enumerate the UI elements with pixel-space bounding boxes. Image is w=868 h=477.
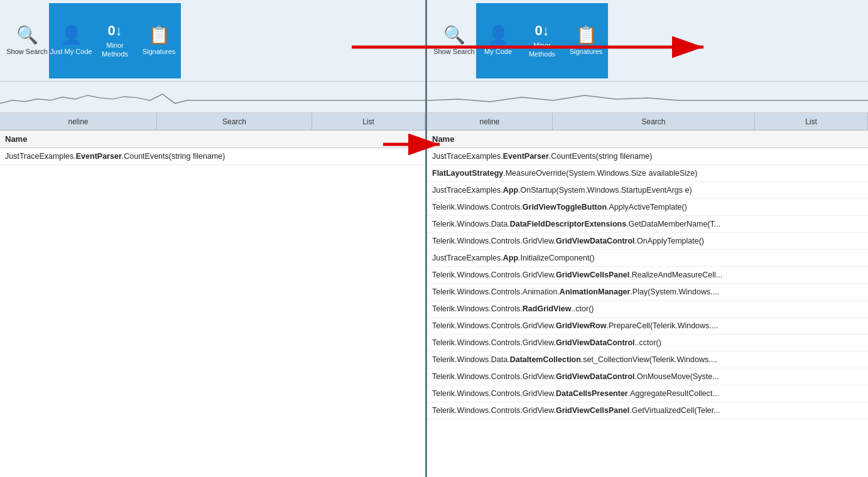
right-list-item-15[interactable]: Telerik.Windows.Controls.GridView.GridVi… (427, 402, 868, 419)
right-signatures-label: Signatures (570, 48, 603, 56)
right-show-search-label: Show Search (433, 48, 474, 56)
right-list-item-9[interactable]: Telerik.Windows.Controls.RadGridView..ct… (427, 301, 868, 318)
left-panel: 🔍 Show Search 👤 Just My Code 0↓ Minor Me… (0, 0, 427, 477)
left-just-my-code-button[interactable]: 👤 Just My Code (49, 3, 93, 78)
right-list-item-13[interactable]: Telerik.Windows.Controls.GridView.GridVi… (427, 368, 868, 385)
left-name-col: Name (5, 134, 27, 144)
right-section-header: neline Search List (427, 113, 868, 131)
right-list-item-6[interactable]: JustTraceExamples.App.InitializeComponen… (427, 250, 868, 267)
left-list-item-0[interactable]: JustTraceExamples.EventParser.CountEvent… (0, 148, 425, 165)
left-col-header: Name (0, 131, 425, 148)
right-name-col: Name (432, 134, 454, 144)
left-wave (0, 82, 425, 113)
right-wave (427, 82, 868, 113)
left-timeline-header: neline (0, 113, 157, 130)
left-toolbar: 🔍 Show Search 👤 Just My Code 0↓ Minor Me… (0, 0, 425, 82)
right-list-item-7[interactable]: Telerik.Windows.Controls.GridView.GridVi… (427, 267, 868, 284)
zero-icon: 0↓ (107, 23, 122, 39)
right-list-item-5[interactable]: Telerik.Windows.Controls.GridView.GridVi… (427, 233, 868, 250)
right-list-item-10[interactable]: Telerik.Windows.Controls.GridView.GridVi… (427, 318, 868, 335)
right-zero-icon: 0↓ (534, 23, 549, 39)
left-timeline-area (0, 82, 425, 113)
signatures-icon: 📋 (148, 24, 170, 45)
left-list[interactable]: JustTraceExamples.EventParser.CountEvent… (0, 148, 425, 477)
right-col-header: Name (427, 131, 868, 148)
right-signatures-button[interactable]: 📋 Signatures (564, 3, 608, 78)
right-list-item-1[interactable]: FlatLayoutStrategy.MeasureOverride(Syste… (427, 165, 868, 182)
right-timeline-header: neline (427, 113, 553, 130)
right-list-item-3[interactable]: Telerik.Windows.Controls.GridViewToggleB… (427, 199, 868, 216)
right-list-item-14[interactable]: Telerik.Windows.Controls.GridView.DataCe… (427, 385, 868, 402)
right-toolbar: 🔍 Show Search 👤 My Code 0↓ Minor Methods… (427, 0, 868, 82)
search-icon: 🔍 (16, 24, 38, 45)
right-search-header: Search (553, 113, 755, 130)
right-just-my-code-button[interactable]: 👤 My Code (476, 3, 520, 78)
just-my-code-label: Just My Code (50, 48, 92, 56)
left-list-header: List (312, 113, 425, 130)
right-list-item-12[interactable]: Telerik.Windows.Data.DataItemCollection.… (427, 351, 868, 368)
right-panel: 🔍 Show Search 👤 My Code 0↓ Minor Methods… (427, 0, 868, 477)
right-search-icon: 🔍 (443, 24, 465, 45)
person-icon: 👤 (60, 24, 82, 45)
left-minor-methods-button[interactable]: 0↓ Minor Methods (93, 3, 137, 78)
right-minor-methods-label: Minor Methods (520, 41, 564, 58)
signatures-label: Signatures (143, 48, 176, 56)
right-minor-methods-button[interactable]: 0↓ Minor Methods (520, 3, 564, 78)
right-just-my-code-label: My Code (484, 48, 512, 56)
right-timeline-area (427, 82, 868, 113)
right-person-icon: 👤 (487, 24, 509, 45)
left-section-header: neline Search List (0, 113, 425, 131)
right-list-item-8[interactable]: Telerik.Windows.Controls.Animation.Anima… (427, 284, 868, 301)
right-list-item-11[interactable]: Telerik.Windows.Controls.GridView.GridVi… (427, 335, 868, 351)
right-list[interactable]: JustTraceExamples.EventParser.CountEvent… (427, 148, 868, 477)
show-search-label: Show Search (6, 48, 47, 56)
left-show-search-button[interactable]: 🔍 Show Search (5, 3, 49, 78)
right-list-header: List (755, 113, 868, 130)
right-list-item-4[interactable]: Telerik.Windows.Data.DataFieldDescriptor… (427, 216, 868, 233)
right-show-search-button[interactable]: 🔍 Show Search (432, 3, 476, 78)
right-list-item-0[interactable]: JustTraceExamples.EventParser.CountEvent… (427, 148, 868, 165)
left-signatures-button[interactable]: 📋 Signatures (137, 3, 181, 78)
right-signatures-icon: 📋 (575, 24, 597, 45)
right-list-item-2[interactable]: JustTraceExamples.App.OnStartup(System.W… (427, 182, 868, 199)
left-search-header: Search (157, 113, 312, 130)
minor-methods-label: Minor Methods (93, 41, 137, 58)
